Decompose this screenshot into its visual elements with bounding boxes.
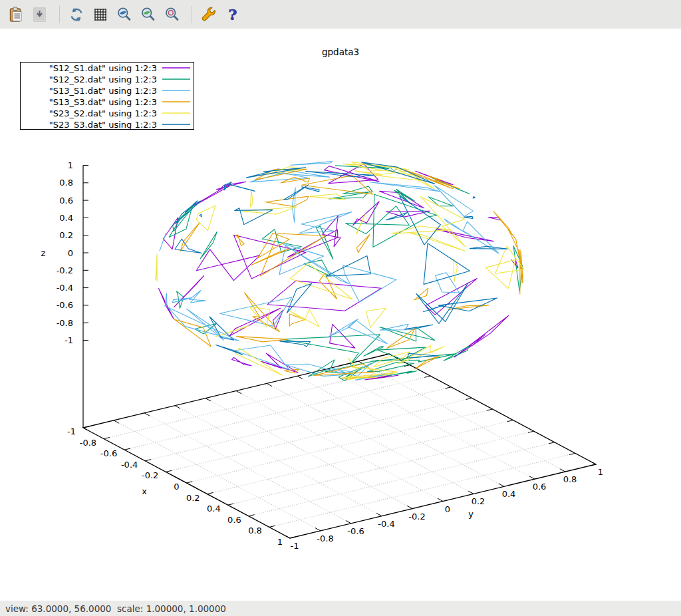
replot-button[interactable]: [66, 3, 87, 26]
svg-text:-0.2: -0.2: [57, 265, 73, 275]
zoom-previous-button[interactable]: [114, 3, 135, 26]
legend-entry-label: "S12_S2.dat" using 1:2:3: [49, 75, 157, 84]
status-bar: view: 63.0000, 56.0000 scale: 1.00000, 1…: [0, 601, 681, 616]
svg-text:1: 1: [277, 537, 283, 547]
zoom-next-icon: [140, 6, 157, 23]
grid-icon: [92, 6, 109, 23]
config-button[interactable]: [198, 3, 219, 26]
toolbar-separator: [192, 6, 192, 23]
zoom-autoscale-button[interactable]: [162, 3, 183, 26]
legend-entry-label: "S12_S1.dat" using 1:2:3: [49, 63, 157, 73]
svg-text:0.4: 0.4: [502, 489, 516, 499]
svg-text:0.2: 0.2: [59, 230, 73, 240]
svg-text:-0.2: -0.2: [408, 512, 425, 522]
svg-text:0.6: 0.6: [59, 196, 73, 206]
svg-text:1: 1: [598, 467, 603, 477]
help-button[interactable]: ?: [222, 3, 243, 26]
svg-text:-0.4: -0.4: [121, 460, 138, 470]
svg-text:-0.2: -0.2: [142, 470, 158, 480]
svg-text:-0.6: -0.6: [57, 300, 73, 310]
svg-text:0.8: 0.8: [563, 474, 577, 484]
svg-text:-0.8: -0.8: [57, 318, 73, 328]
svg-text:?: ?: [229, 6, 237, 23]
svg-text:-0.4: -0.4: [57, 283, 73, 293]
replot-icon: [68, 6, 85, 23]
legend-entry-label: "S23_S2.dat" using 1:2:3: [49, 108, 157, 118]
svg-text:0: 0: [174, 482, 179, 492]
export-image-icon: [31, 6, 49, 23]
legend-entry-label: "S23_S3.dat" using 1:2:3: [49, 120, 157, 130]
svg-text:0.2: 0.2: [472, 496, 485, 506]
svg-text:-0.4: -0.4: [378, 519, 394, 529]
axis-ticks: [83, 166, 596, 539]
zoom-next-button[interactable]: [138, 3, 159, 26]
copy-clipboard-button[interactable]: [5, 3, 27, 26]
svg-text:-0.6: -0.6: [347, 526, 364, 536]
x-axis-label: x: [142, 486, 147, 496]
legend-entry-label: "S13_S3.dat" using 1:2:3: [49, 97, 157, 107]
svg-text:-1: -1: [67, 426, 76, 436]
grid-toggle-button[interactable]: [90, 3, 111, 26]
svg-text:-1: -1: [65, 335, 73, 345]
series-triangles: [169, 164, 522, 381]
svg-text:-1: -1: [291, 541, 299, 551]
svg-text:0: 0: [68, 248, 73, 258]
sphere-triangles: [156, 162, 524, 381]
clipboard-icon: [7, 6, 25, 23]
svg-text:0.4: 0.4: [207, 504, 221, 514]
legend: "S12_S1.dat" using 1:2:3"S12_S2.dat" usi…: [21, 63, 194, 130]
svg-text:-0.8: -0.8: [317, 534, 333, 543]
zoom-autoscale-icon: [164, 6, 181, 23]
svg-text:0.2: 0.2: [186, 493, 200, 503]
config-icon: [200, 6, 217, 23]
y-axis-label: y: [468, 509, 474, 519]
z-axis-label: z: [41, 248, 46, 258]
svg-text:0: 0: [445, 504, 450, 514]
svg-text:-0.8: -0.8: [80, 438, 96, 448]
svg-text:0.6: 0.6: [227, 515, 241, 525]
svg-text:-0.6: -0.6: [100, 448, 117, 458]
svg-text:0.4: 0.4: [59, 213, 73, 223]
base-grid: [104, 361, 575, 531]
svg-text:0.6: 0.6: [533, 482, 547, 492]
help-icon: ?: [224, 6, 241, 23]
plot-canvas[interactable]: gpdata3 -1-0.8-0.6-0.4-0.200.20.40.60.81…: [0, 29, 681, 601]
zoom-previous-icon: [116, 6, 133, 23]
toolbar-separator: [59, 6, 60, 23]
legend-entry-label: "S13_S1.dat" using 1:2:3: [49, 86, 157, 96]
svg-text:0.8: 0.8: [248, 526, 262, 536]
status-view-info: view: 63.0000, 56.0000 scale: 1.00000, 1…: [5, 603, 226, 614]
series-triangles: [159, 164, 518, 380]
export-image-button[interactable]: [29, 3, 51, 26]
plot-title: gpdata3: [322, 47, 359, 57]
svg-text:0.8: 0.8: [59, 178, 73, 188]
svg-text:1: 1: [68, 160, 73, 170]
toolbar: ?: [0, 0, 681, 29]
